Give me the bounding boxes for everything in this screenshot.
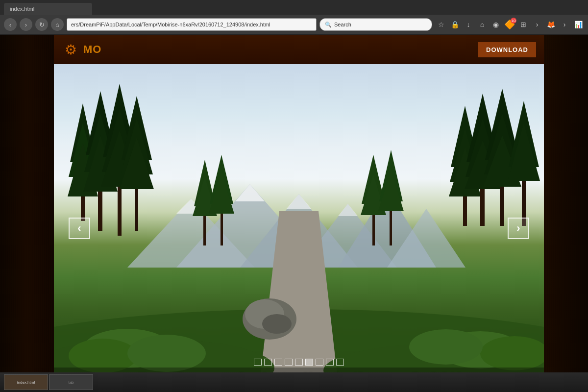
svg-marker-7 (235, 184, 265, 201)
search-bar[interactable]: Search (319, 18, 432, 31)
svg-marker-23 (103, 84, 136, 157)
search-icon (325, 22, 332, 28)
gear-icon: ⚙ (65, 42, 77, 58)
svg-marker-14 (70, 103, 96, 162)
prev-arrow-icon (77, 222, 81, 235)
slide-next-button[interactable] (508, 218, 529, 239)
slideshow-container: Much cleaner and not standing in the way… (54, 64, 544, 392)
svg-marker-35 (466, 94, 499, 162)
svg-point-63 (480, 336, 544, 370)
apps-icon[interactable]: ⊞ (517, 19, 529, 30)
address-text: ers/DreamPiF/AppData/Local/Temp/Mobirise… (71, 22, 270, 27)
extension-icon[interactable]: 🦊 (545, 19, 557, 30)
house-icon[interactable]: ⌂ (476, 19, 488, 30)
indicator-3[interactable] (274, 359, 282, 366)
slide-indicators (254, 359, 344, 366)
reload-icon (39, 21, 45, 28)
more-icon[interactable]: › (559, 19, 570, 30)
tab-label: index.html (10, 6, 34, 12)
svg-marker-36 (466, 118, 500, 177)
svg-marker-27 (122, 96, 152, 160)
metrics-icon[interactable]: 📊 (572, 19, 584, 30)
slide-prev-button[interactable] (69, 218, 90, 239)
badge-count: 10 (511, 18, 516, 24)
svg-point-62 (439, 331, 522, 368)
svg-marker-10 (377, 189, 397, 204)
slide-image (54, 64, 544, 392)
svg-marker-39 (485, 89, 519, 160)
right-overlay (544, 35, 588, 392)
back-icon (9, 21, 11, 28)
back-button[interactable] (4, 18, 17, 31)
next-arrow-icon (516, 222, 520, 235)
indicator-9[interactable] (336, 359, 344, 366)
indicator-1[interactable] (254, 359, 262, 366)
forward-icon (25, 21, 27, 28)
forward-button[interactable] (20, 18, 32, 31)
toolbar-icons: ☆ 🔒 ↓ ⌂ ◉ 🔶 10 ⊞ › 🦊 › 📊 (435, 19, 584, 30)
svg-marker-18 (86, 91, 115, 155)
indicator-2[interactable] (264, 359, 272, 366)
indicator-7[interactable] (316, 359, 323, 366)
app-area: ⚙ MO DOWNLOAD (0, 35, 588, 392)
svg-point-65 (243, 298, 296, 340)
taskbar-label-1: index.html (17, 380, 35, 385)
browser-tabs: index.html (0, 0, 588, 15)
main-content: ⚙ MO DOWNLOAD (54, 35, 544, 392)
svg-point-66 (245, 299, 284, 329)
svg-point-64 (409, 329, 483, 365)
svg-point-61 (127, 335, 206, 372)
svg-marker-8 (287, 194, 311, 209)
reload-button[interactable] (35, 18, 48, 31)
app-header: ⚙ MO DOWNLOAD (54, 35, 544, 64)
address-bar[interactable]: ers/DreamPiF/AppData/Local/Temp/Mobirise… (67, 18, 317, 31)
download-button[interactable]: DOWNLOAD (478, 42, 536, 57)
left-panel (0, 35, 54, 392)
mountains-svg (54, 170, 544, 268)
taskbar: index.html tab (0, 372, 588, 392)
indicator-5[interactable] (295, 359, 303, 366)
circle-icon[interactable]: ◉ (490, 19, 502, 30)
indicator-4[interactable] (285, 359, 293, 366)
svg-marker-9 (338, 204, 358, 216)
svg-marker-40 (484, 113, 520, 174)
right-panel (544, 35, 588, 392)
lock-icon[interactable]: 🔒 (449, 19, 461, 30)
home-icon (55, 21, 59, 28)
svg-point-67 (262, 314, 292, 334)
mountains (54, 170, 544, 268)
indicator-6[interactable] (305, 359, 313, 366)
app-title: MO (83, 43, 101, 56)
svg-marker-31 (451, 106, 479, 167)
badge-icon[interactable]: 🔶 10 (504, 19, 515, 30)
svg-marker-6 (176, 199, 206, 214)
browser-chrome: index.html ers/DreamPiF/AppData/Local/Te… (0, 0, 588, 35)
svg-point-59 (83, 329, 172, 368)
taskbar-thumb-2[interactable]: tab (49, 374, 93, 390)
svg-marker-15 (69, 123, 97, 177)
taskbar-thumb-1[interactable]: index.html (4, 374, 48, 390)
left-overlay (0, 35, 54, 392)
svg-marker-24 (102, 108, 137, 172)
browser-tab-active[interactable]: index.html (4, 3, 92, 15)
taskbar-label-2: tab (68, 380, 74, 385)
indicator-8[interactable] (326, 359, 334, 366)
star-icon[interactable]: ☆ (435, 19, 447, 30)
browser-toolbar: ers/DreamPiF/AppData/Local/Temp/Mobirise… (0, 15, 588, 34)
home-button[interactable] (51, 18, 64, 31)
svg-marker-28 (121, 118, 153, 174)
svg-marker-19 (84, 113, 117, 172)
download-icon[interactable]: ↓ (463, 19, 474, 30)
search-placeholder: Search (334, 22, 351, 27)
app-logo-icon: ⚙ (62, 41, 79, 58)
svg-marker-43 (509, 101, 539, 167)
chevron-icon[interactable]: › (531, 19, 543, 30)
